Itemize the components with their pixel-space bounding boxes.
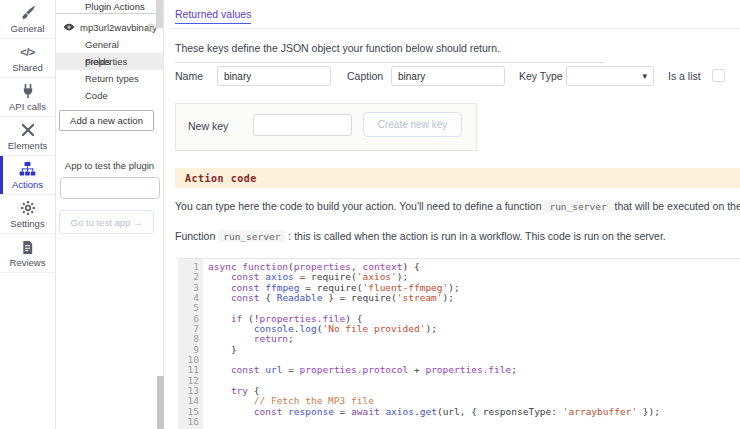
add-action-button[interactable]: Add a new action bbox=[59, 110, 154, 131]
subnav-code[interactable]: Code bbox=[56, 87, 163, 104]
sidebar-item-label: Elements bbox=[8, 140, 48, 151]
action-code-header: Action code bbox=[175, 168, 740, 188]
trash-icon[interactable] bbox=[146, 22, 156, 33]
left-nav: General</>SharedAPI callsElementsActions… bbox=[0, 0, 56, 429]
flow-icon bbox=[19, 161, 36, 178]
is-a-list-checkbox[interactable] bbox=[712, 69, 725, 82]
scrollbar-thumb-bottom[interactable] bbox=[157, 376, 164, 429]
code-line: const { Readable } = require('stream'); bbox=[208, 293, 740, 303]
sidebar-item-elements[interactable]: Elements bbox=[0, 117, 55, 156]
sidebar-item-label: General bbox=[11, 23, 45, 34]
sidebar-item-label: Reviews bbox=[10, 257, 46, 268]
code-line: const url = properties.protocol + proper… bbox=[208, 365, 740, 375]
run-server-code-chip: run_server bbox=[218, 230, 285, 242]
eye-icon[interactable] bbox=[63, 21, 75, 33]
new-key-panel: New key Create new key bbox=[175, 103, 477, 151]
divider bbox=[170, 28, 740, 29]
caption-input[interactable] bbox=[391, 66, 505, 86]
tools-icon bbox=[20, 122, 36, 139]
action-row[interactable]: mp3url2wavbinary bbox=[56, 18, 163, 36]
caption-label: Caption bbox=[347, 70, 383, 82]
intro-text: These keys define the JSON object your f… bbox=[175, 42, 500, 54]
sidebar-item-label: Settings bbox=[10, 218, 44, 229]
name-input[interactable] bbox=[217, 66, 331, 86]
action-subnav: General propertiesFieldsReturn typesCode bbox=[56, 36, 163, 104]
main-content: Returned values These keys define the JS… bbox=[164, 0, 740, 429]
subnav-general-properties[interactable]: General properties bbox=[56, 36, 163, 53]
plugin-editor: General</>SharedAPI callsElementsActions… bbox=[0, 0, 740, 429]
sidebar-item-general[interactable]: General bbox=[0, 0, 55, 39]
tab-returned-values[interactable]: Returned values bbox=[175, 8, 251, 24]
name-label: Name bbox=[175, 70, 203, 82]
sidebar-item-actions[interactable]: Actions bbox=[0, 156, 55, 195]
code-line: return; bbox=[208, 334, 740, 344]
sidebar-item-shared[interactable]: </>Shared bbox=[0, 39, 55, 78]
plugin-actions-panel: Plugin Actions mp3url2wavbinary General … bbox=[56, 0, 164, 429]
panel-title: Plugin Actions bbox=[56, 0, 163, 14]
line-number: 16 bbox=[178, 417, 199, 427]
key-type-label: Key Type bbox=[519, 70, 563, 82]
test-app-label: App to test the plugin bbox=[56, 160, 163, 171]
test-app-input[interactable] bbox=[60, 177, 160, 199]
editor-code: async function(properties, context) { co… bbox=[203, 259, 740, 429]
plug-icon bbox=[20, 83, 36, 100]
subnav-return-types[interactable]: Return types bbox=[56, 70, 163, 87]
sidebar-item-api-calls[interactable]: API calls bbox=[0, 78, 55, 117]
code-line: const response = await axios.get(url, { … bbox=[208, 407, 740, 417]
chevron-down-icon: ▾ bbox=[642, 72, 647, 81]
is-a-list-label: Is a list bbox=[668, 70, 701, 82]
document-icon bbox=[20, 239, 35, 256]
create-new-key-button[interactable]: Create new key bbox=[363, 112, 462, 137]
subnav-fields[interactable]: Fields bbox=[56, 53, 163, 70]
code-line bbox=[208, 376, 740, 386]
sidebar-item-label: Actions bbox=[12, 179, 43, 190]
scrollbar-thumb-top[interactable] bbox=[156, 0, 163, 28]
new-key-input[interactable] bbox=[253, 114, 352, 136]
sidebar-item-label: API calls bbox=[9, 101, 46, 112]
code-icon: </> bbox=[20, 44, 34, 61]
form-divider bbox=[175, 62, 605, 63]
code-line: } bbox=[208, 345, 740, 355]
code-line bbox=[208, 417, 740, 427]
brush-icon bbox=[20, 5, 36, 22]
sidebar-item-reviews[interactable]: Reviews bbox=[0, 234, 55, 273]
go-to-test-app-button[interactable]: Go to test app → bbox=[59, 210, 154, 234]
editor-gutter: 12345678910111213141516 bbox=[178, 259, 203, 429]
key-type-select[interactable]: ▾ bbox=[566, 66, 654, 86]
new-key-label: New key bbox=[188, 120, 228, 132]
run-server-paragraph: Function run_server : this is called whe… bbox=[175, 230, 740, 242]
code-help-paragraph: You can type here the code to build your… bbox=[175, 200, 740, 212]
run-server-code-chip: run_server bbox=[544, 200, 611, 212]
sidebar-item-settings[interactable]: Settings bbox=[0, 195, 55, 234]
code-editor[interactable]: 12345678910111213141516 async function(p… bbox=[178, 258, 740, 429]
gear-icon bbox=[20, 200, 36, 217]
sidebar-item-label: Shared bbox=[12, 62, 43, 73]
